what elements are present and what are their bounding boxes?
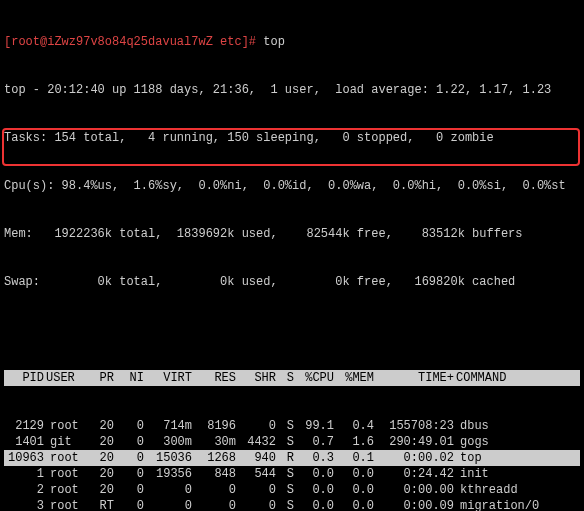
cell-user: root [46,466,90,482]
col-ni: NI [116,370,146,386]
cell-shr: 940 [238,450,278,466]
cell-mem: 1.6 [336,434,376,450]
cell-cpu: 0.0 [296,466,336,482]
col-user: USER [46,370,90,386]
blank-line [4,322,580,338]
col-s: S [278,370,296,386]
cell-pid: 2129 [4,418,46,434]
summary-line-3: Cpu(s): 98.4%us, 1.6%sy, 0.0%ni, 0.0%id,… [4,178,580,194]
cell-pid: 3 [4,498,46,511]
cell-user: root [46,418,90,434]
cell-shr: 544 [238,466,278,482]
summary-line-5: Swap: 0k total, 0k used, 0k free, 169820… [4,274,580,290]
cell-shr: 0 [238,418,278,434]
cell-user: root [46,482,90,498]
cell-virt: 0 [146,498,194,511]
cell-pr: 20 [90,450,116,466]
cell-pr: RT [90,498,116,511]
cell-cpu: 0.0 [296,498,336,511]
cell-user: git [46,434,90,450]
cell-mem: 0.0 [336,466,376,482]
cell-ni: 0 [116,482,146,498]
cell-pid: 1401 [4,434,46,450]
cell-virt: 15036 [146,450,194,466]
table-row: 1root20019356848544S0.00.00:24.42init [4,466,580,482]
command-input[interactable]: top [263,35,285,49]
cell-command: migration/0 [456,498,580,511]
cell-mem: 0.4 [336,418,376,434]
cell-time: 0:00.09 [376,498,456,511]
table-row: 1401git200300m30m4432S0.71.6290:49.01gog… [4,434,580,450]
cell-mem: 0.0 [336,498,376,511]
cell-mem: 0.1 [336,450,376,466]
cell-command: init [456,466,580,482]
col-shr: SHR [238,370,278,386]
cell-ni: 0 [116,450,146,466]
cell-res: 1268 [194,450,238,466]
cell-ni: 0 [116,498,146,511]
summary-line-4: Mem: 1922236k total, 1839692k used, 8254… [4,226,580,242]
table-row: 3rootRT0000S0.00.00:00.09migration/0 [4,498,580,511]
cell-s: S [278,498,296,511]
cell-res: 0 [194,498,238,511]
summary-line-1: top - 20:12:40 up 1188 days, 21:36, 1 us… [4,82,580,98]
cell-ni: 0 [116,434,146,450]
summary-line-2: Tasks: 154 total, 4 running, 150 sleepin… [4,130,580,146]
process-list: 2129root200714m81960S99.10.4155708:23dbu… [4,418,580,511]
cell-pid: 2 [4,482,46,498]
cell-virt: 300m [146,434,194,450]
cell-virt: 19356 [146,466,194,482]
prompt-line: [root@iZwz97v8o84q25davual7wZ etc]# top [4,34,580,50]
cell-s: S [278,466,296,482]
cell-time: 0:00.02 [376,450,456,466]
cell-time: 0:00.00 [376,482,456,498]
cell-pr: 20 [90,482,116,498]
prompt-close: ]# [242,35,264,49]
cell-user: root [46,450,90,466]
cell-pr: 20 [90,434,116,450]
col-res: RES [194,370,238,386]
cell-ni: 0 [116,418,146,434]
col-mem: %MEM [336,370,376,386]
table-row: 10963root200150361268940R0.30.10:00.02to… [4,450,580,466]
cell-pid: 1 [4,466,46,482]
cell-command: kthreadd [456,482,580,498]
cell-res: 30m [194,434,238,450]
cell-shr: 0 [238,498,278,511]
cell-virt: 714m [146,418,194,434]
cell-time: 290:49.01 [376,434,456,450]
cell-virt: 0 [146,482,194,498]
cell-time: 155708:23 [376,418,456,434]
cell-s: R [278,450,296,466]
cell-pid: 10963 [4,450,46,466]
col-cpu: %CPU [296,370,336,386]
cell-pr: 20 [90,418,116,434]
cell-cpu: 0.3 [296,450,336,466]
cell-s: S [278,434,296,450]
col-time: TIME+ [376,370,456,386]
terminal[interactable]: [root@iZwz97v8o84q25davual7wZ etc]# top … [0,0,584,511]
cell-mem: 0.0 [336,482,376,498]
cell-command: dbus [456,418,580,434]
cell-s: S [278,482,296,498]
cell-res: 8196 [194,418,238,434]
cell-shr: 0 [238,482,278,498]
cell-res: 0 [194,482,238,498]
cell-res: 848 [194,466,238,482]
cell-user: root [46,498,90,511]
cell-time: 0:24.42 [376,466,456,482]
cell-cpu: 0.7 [296,434,336,450]
col-virt: VIRT [146,370,194,386]
cell-ni: 0 [116,466,146,482]
col-pid: PID [4,370,46,386]
cell-pr: 20 [90,466,116,482]
cell-command: top [456,450,580,466]
table-header: PID USER PR NI VIRT RES SHR S %CPU %MEM … [4,370,580,386]
cell-shr: 4432 [238,434,278,450]
cell-command: gogs [456,434,580,450]
table-row: 2129root200714m81960S99.10.4155708:23dbu… [4,418,580,434]
col-pr: PR [90,370,116,386]
table-row: 2root200000S0.00.00:00.00kthreadd [4,482,580,498]
cell-cpu: 99.1 [296,418,336,434]
col-command: COMMAND [456,370,580,386]
